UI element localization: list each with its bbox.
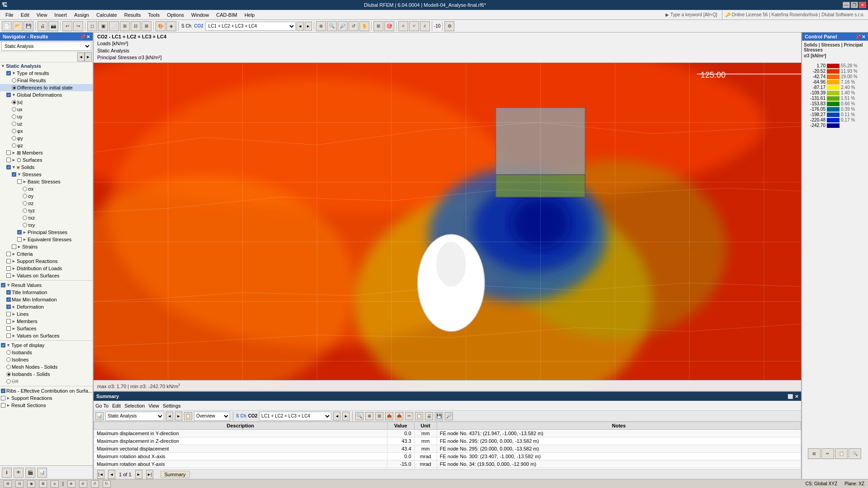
summary-close[interactable]: ✕ bbox=[795, 394, 798, 399]
restore-button[interactable]: ❐ bbox=[851, 2, 858, 8]
rotate-btn[interactable]: ↺ bbox=[349, 21, 359, 31]
menu-help[interactable]: Help bbox=[241, 11, 259, 19]
nav-strains[interactable]: ► Strains bbox=[0, 243, 93, 250]
footer-prev-btn[interactable]: ◄ bbox=[108, 470, 115, 479]
nav-surfaces[interactable]: ► ⬡ Surfaces bbox=[0, 156, 93, 164]
nav-prev-btn[interactable]: ◄ bbox=[77, 52, 85, 61]
type-display-checkbox[interactable] bbox=[1, 343, 5, 347]
summary-tb5[interactable]: 📥 bbox=[395, 412, 403, 420]
summary-selection[interactable]: Selection bbox=[124, 403, 145, 408]
values-surfaces2-checkbox[interactable] bbox=[6, 333, 11, 338]
print-button[interactable]: 🖨 bbox=[38, 21, 47, 31]
menu-view[interactable]: View bbox=[33, 11, 51, 19]
view-btn-3[interactable]: ⬜ bbox=[109, 21, 119, 31]
grid-btn[interactable]: ⊞ bbox=[373, 21, 383, 31]
phiy-radio[interactable] bbox=[12, 136, 16, 141]
members-checkbox[interactable] bbox=[6, 150, 11, 155]
pan-btn[interactable]: ✋ bbox=[359, 21, 369, 31]
menu-window[interactable]: Window bbox=[188, 11, 212, 19]
isobands-solids-radio[interactable] bbox=[6, 372, 11, 376]
nav-close-btn[interactable]: ✕ bbox=[86, 34, 90, 39]
summary-overview-icon[interactable]: 📋 bbox=[184, 412, 192, 420]
sigmax-radio[interactable] bbox=[23, 187, 27, 191]
values-surfaces-checkbox[interactable] bbox=[6, 273, 11, 278]
ux-radio[interactable] bbox=[12, 107, 16, 112]
nav-video-btn[interactable]: 🎬 bbox=[25, 468, 35, 478]
z-axis-btn[interactable]: Z bbox=[420, 21, 430, 31]
menu-cadbim[interactable]: CAD-BIM bbox=[212, 11, 241, 19]
load-case-combo[interactable]: LC1 + LC2 + LC3 + LC4 bbox=[205, 22, 296, 31]
rp-icon4[interactable]: 🔍 bbox=[849, 448, 861, 459]
nav-sigma-y[interactable]: σy bbox=[0, 192, 93, 200]
nav-tau-xy[interactable]: τxy bbox=[0, 221, 93, 229]
nav-result-values[interactable]: ▼ Result Values bbox=[0, 282, 93, 289]
phiz-radio[interactable] bbox=[12, 143, 16, 148]
nav-eye-btn[interactable]: 👁 bbox=[14, 468, 24, 478]
menu-edit[interactable]: Edit bbox=[17, 11, 33, 19]
nav-result-sections[interactable]: ► Result Sections bbox=[0, 402, 93, 409]
off-radio[interactable] bbox=[6, 379, 11, 384]
undo-button[interactable]: ↩ bbox=[62, 21, 72, 31]
view-btn-5[interactable]: ⊟ bbox=[131, 21, 141, 31]
nav-title-info[interactable]: Title Information bbox=[0, 289, 93, 296]
nav-isolines[interactable]: Isolines bbox=[0, 356, 93, 363]
summary-edit[interactable]: Edit bbox=[112, 403, 121, 408]
nav-lines[interactable]: ► Lines bbox=[0, 310, 93, 318]
summary-view-combo[interactable]: Overview bbox=[194, 412, 230, 421]
result-values-checkbox[interactable] bbox=[1, 283, 5, 287]
nav-final-results[interactable]: Final Results bbox=[0, 77, 93, 84]
summary-tb3[interactable]: ⊞ bbox=[375, 412, 383, 420]
snap-btn[interactable]: 🎯 bbox=[384, 21, 394, 31]
solids-checkbox[interactable] bbox=[6, 165, 11, 169]
rp-pin-btn[interactable]: 📌 bbox=[855, 34, 861, 39]
rp-close-btn[interactable]: ✕ bbox=[862, 34, 865, 39]
nav-phix[interactable]: φx bbox=[0, 127, 93, 135]
nav-type-display[interactable]: ▼ Type of display bbox=[0, 342, 93, 349]
nav-mesh-nodes-solids[interactable]: Mesh Nodes - Solids bbox=[0, 363, 93, 371]
menu-options[interactable]: Options bbox=[163, 11, 188, 19]
screenshot-button[interactable]: 📷 bbox=[48, 21, 58, 31]
nav-values-surfaces[interactable]: ► Values on Surfaces bbox=[0, 272, 93, 279]
u-radio[interactable] bbox=[12, 100, 16, 104]
strains-checkbox[interactable] bbox=[12, 244, 16, 249]
nav-uy[interactable]: uy bbox=[0, 113, 93, 120]
status-btn7[interactable]: ⊖ bbox=[79, 480, 87, 488]
phix-radio[interactable] bbox=[12, 129, 16, 133]
principal-checkbox[interactable] bbox=[17, 230, 22, 235]
menu-file[interactable]: File bbox=[2, 11, 17, 19]
render-btn[interactable]: 🎨 bbox=[156, 21, 165, 31]
ribs-checkbox[interactable] bbox=[1, 389, 5, 393]
view-btn-4[interactable]: ⊞ bbox=[120, 21, 130, 31]
basic-stresses-checkbox[interactable] bbox=[17, 179, 22, 184]
footer-last-btn[interactable]: ►| bbox=[146, 470, 153, 479]
nav-distribution-loads[interactable]: ► Distribution of Loads bbox=[0, 265, 93, 272]
prev-case-button[interactable]: ◄ bbox=[297, 22, 304, 31]
footer-first-btn[interactable]: |◄ bbox=[97, 470, 104, 479]
surfaces2-checkbox[interactable] bbox=[6, 326, 11, 331]
zoom-fit[interactable]: ⊕ bbox=[316, 21, 326, 31]
summary-maximize[interactable]: ⬜ bbox=[788, 394, 793, 399]
sigmaz-radio[interactable] bbox=[23, 201, 27, 206]
zoom-out[interactable]: 🔎 bbox=[338, 21, 348, 31]
summary-icon-btn[interactable]: 📊 bbox=[95, 412, 104, 420]
new-button[interactable]: 📄 bbox=[2, 21, 12, 31]
surfaces-checkbox[interactable] bbox=[6, 158, 11, 162]
criteria-checkbox[interactable] bbox=[6, 252, 11, 256]
nav-phiz[interactable]: φz bbox=[0, 142, 93, 149]
nav-u[interactable]: |u| bbox=[0, 99, 93, 106]
nav-surfaces2[interactable]: ► Surfaces bbox=[0, 325, 93, 332]
summary-tb9[interactable]: 💾 bbox=[435, 412, 443, 420]
mesh-nodes-radio[interactable] bbox=[6, 365, 11, 369]
support-reactions-checkbox[interactable] bbox=[6, 259, 11, 263]
nav-global-deformations[interactable]: ▼ Global Deformations bbox=[0, 91, 93, 99]
y-axis-btn[interactable]: Y bbox=[409, 21, 419, 31]
nav-basic-stresses[interactable]: ► Basic Stresses bbox=[0, 178, 93, 185]
nav-support-reactions[interactable]: ► Support Reactions bbox=[0, 258, 93, 265]
status-btn5[interactable]: Δ bbox=[51, 480, 59, 488]
summary-case-combo[interactable]: LC1 + LC2 + LC3 + LC4 bbox=[259, 412, 331, 421]
nav-isobands-solids[interactable]: Isobands - Solids bbox=[0, 371, 93, 378]
nav-support-reactions2[interactable]: ► Support Reactions bbox=[0, 394, 93, 402]
nav-sigma-z[interactable]: σz bbox=[0, 200, 93, 207]
status-btn3[interactable]: ◉ bbox=[27, 480, 35, 488]
nav-deformation[interactable]: ► Deformation bbox=[0, 303, 93, 310]
